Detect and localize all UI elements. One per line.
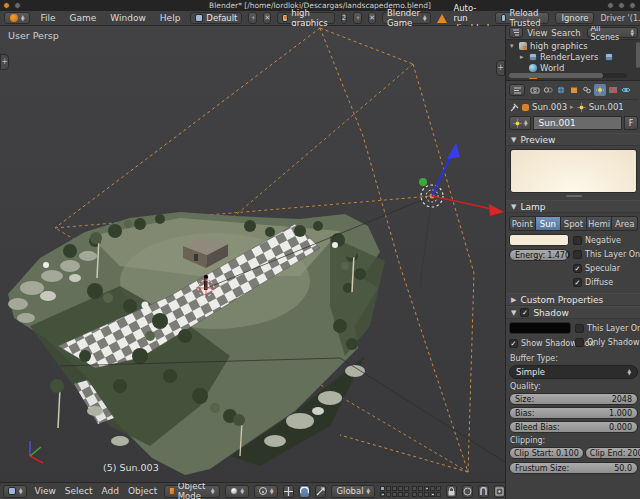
manipulator-scale-button[interactable] xyxy=(315,485,326,498)
show-shadow-box-row[interactable]: ✓Show Shadow Box xyxy=(509,337,571,349)
menu-help[interactable]: Help xyxy=(156,13,185,23)
outliner-menu-view[interactable]: View xyxy=(527,28,547,38)
menu-select[interactable]: Select xyxy=(63,486,95,496)
lamp-type-point[interactable]: Point xyxy=(509,216,536,231)
disclosure-icon[interactable]: ▾ xyxy=(510,42,516,50)
menu-file[interactable]: File xyxy=(36,13,59,23)
fake-user-button[interactable]: F xyxy=(624,116,638,130)
lamp-type-hemi[interactable]: Hemi xyxy=(587,216,613,231)
datablock-name-field[interactable]: Sun.001 xyxy=(533,116,622,130)
breadcrumb-data[interactable]: Sun.001 xyxy=(589,102,624,112)
lamp-type-buttons: Point Sun Spot Hemi Area xyxy=(509,216,638,231)
scene-delete-button[interactable]: ✕ xyxy=(368,12,376,24)
layer-grid-right[interactable] xyxy=(412,486,441,497)
shadow-bias-field[interactable]: Bias: 1.000 xyxy=(509,407,638,419)
screen-layout-delete-button[interactable]: ✕ xyxy=(263,12,271,24)
blender-logo-button[interactable]: ▲▼ xyxy=(4,12,30,24)
lamp-type-sun[interactable]: Sun xyxy=(536,216,562,231)
screen-layout-selector[interactable]: Default xyxy=(190,12,242,24)
pin-tool-icon[interactable] xyxy=(510,103,519,112)
shadow-this-layer-only-row[interactable]: This Layer Only xyxy=(575,322,640,334)
menu-view[interactable]: View xyxy=(32,486,57,496)
renderlayer-toggle-icon[interactable] xyxy=(605,53,613,61)
tab-object[interactable] xyxy=(568,84,580,96)
transform-orientation-selector[interactable]: Global ▲▼ xyxy=(331,485,375,498)
properties-region-open-tab[interactable]: + xyxy=(496,60,505,76)
menu-game[interactable]: Game xyxy=(66,13,101,23)
tab-constraints[interactable] xyxy=(581,84,593,96)
negative-checkbox-row[interactable]: Negative xyxy=(573,234,640,246)
outliner-item-renderlayers[interactable]: ▸ RenderLayers xyxy=(506,51,640,62)
frustum-size-field[interactable]: Frustum Size: 50.0 xyxy=(509,462,638,474)
disclosure-icon[interactable] xyxy=(520,64,526,72)
layer-grid-left[interactable] xyxy=(380,486,409,497)
layer-buttons[interactable] xyxy=(380,486,441,497)
tab-render[interactable] xyxy=(529,84,541,96)
scene-add-button[interactable]: ＋ xyxy=(353,12,362,24)
window-shade-icon[interactable] xyxy=(14,2,21,9)
scene-selector[interactable]: high graphics xyxy=(277,12,334,24)
ignore-button[interactable]: Ignore xyxy=(555,12,594,24)
clip-end-field[interactable]: Clip End: 200.000 xyxy=(585,447,640,459)
outliner-scope-selector[interactable]: All Scenes ▲▼ xyxy=(587,27,638,38)
window-menu-icon[interactable] xyxy=(3,2,10,9)
proportional-edit-button[interactable] xyxy=(462,485,473,498)
clip-start-field[interactable]: Clip Start: 0.100 xyxy=(509,447,584,459)
outliner-menu-search[interactable]: Search xyxy=(551,28,580,38)
outliner-editor-type-button[interactable] xyxy=(509,27,523,38)
properties-editor-type-button[interactable] xyxy=(509,84,525,96)
tab-physics[interactable] xyxy=(620,84,632,96)
manipulator-rotate-button[interactable] xyxy=(299,485,310,498)
3d-viewport[interactable]: User Persp (5) Sun.003 + + xyxy=(0,26,505,482)
menu-window[interactable]: Window xyxy=(106,13,150,23)
viewport-shading-selector[interactable]: ▲▼ xyxy=(225,485,249,498)
lock-to-scene-button[interactable] xyxy=(446,485,457,498)
close-icon[interactable] xyxy=(629,2,636,9)
disclosure-icon[interactable]: ▸ xyxy=(520,53,526,61)
outliner-vscrollbar[interactable] xyxy=(636,42,640,68)
preview-resize-handle[interactable] xyxy=(566,195,582,197)
specular-checkbox-row[interactable]: ✓Specular xyxy=(573,262,640,274)
lamp-color-swatch[interactable] xyxy=(509,234,569,246)
shadow-size-field[interactable]: Size: 2048 xyxy=(509,393,638,405)
menu-object[interactable]: Object xyxy=(126,486,159,496)
panel-header-shadow[interactable]: ▼ ✓ Shadow xyxy=(506,306,640,319)
lamp-type-area[interactable]: Area xyxy=(612,216,638,231)
screen-layout-add-button[interactable]: ＋ xyxy=(248,12,257,24)
scene-users-button[interactable]: 2 xyxy=(341,12,347,24)
shadow-bleed-bias-field[interactable]: Bleed Bias: 0.000 xyxy=(509,421,638,433)
toolshelf-open-tab[interactable]: + xyxy=(0,54,9,70)
breadcrumb-object[interactable]: Sun.003 xyxy=(532,102,567,112)
maximize-icon[interactable] xyxy=(618,2,625,9)
manipulator-translate-button[interactable] xyxy=(283,485,294,498)
outliner-hscrollbar[interactable] xyxy=(509,73,627,78)
y-axis-handle[interactable] xyxy=(419,178,427,186)
tab-texture[interactable] xyxy=(607,84,619,96)
mode-selector[interactable]: Object Mode ▲▼ xyxy=(164,485,219,498)
reload-trusted-button[interactable]: Reload Trusted xyxy=(495,12,549,24)
lamp-datablock-button[interactable]: ▲▼ xyxy=(509,116,531,130)
diffuse-checkbox-row[interactable]: ✓Diffuse xyxy=(573,276,640,288)
shadow-color-swatch[interactable] xyxy=(509,322,571,334)
lamp-type-spot[interactable]: Spot xyxy=(561,216,587,231)
outliner-item-world[interactable]: World xyxy=(506,62,640,73)
shadow-enable-checkbox[interactable]: ✓ xyxy=(520,308,529,317)
tab-world[interactable] xyxy=(555,84,567,96)
minimize-icon[interactable] xyxy=(607,2,614,9)
panel-header-lamp[interactable]: ▼ Lamp xyxy=(506,200,640,213)
only-shadow-row[interactable]: Only Shadow xyxy=(575,336,640,348)
panel-header-custom-properties[interactable]: ▶ Custom Properties xyxy=(506,293,640,306)
outliner-item-scene[interactable]: ▾ high graphics xyxy=(506,40,640,51)
tab-scene[interactable] xyxy=(542,84,554,96)
editor-type-button[interactable]: ▲▼ xyxy=(3,485,27,498)
pivot-point-selector[interactable]: ▲▼ xyxy=(254,485,278,498)
this-layer-only-checkbox-row[interactable]: This Layer Only xyxy=(573,248,640,260)
tab-object-data-lamp[interactable] xyxy=(594,84,606,96)
panel-header-preview[interactable]: ▼ Preview xyxy=(506,133,640,146)
menu-add[interactable]: Add xyxy=(100,486,121,496)
snap-button[interactable] xyxy=(478,485,489,498)
buffer-type-dropdown[interactable]: Simple ▲▼ xyxy=(509,365,638,379)
energy-slider[interactable]: Energy: 1.470 xyxy=(509,249,569,261)
render-engine-selector[interactable]: Blender Game ▲▼ xyxy=(382,12,431,24)
snap-element-button[interactable] xyxy=(494,485,505,498)
